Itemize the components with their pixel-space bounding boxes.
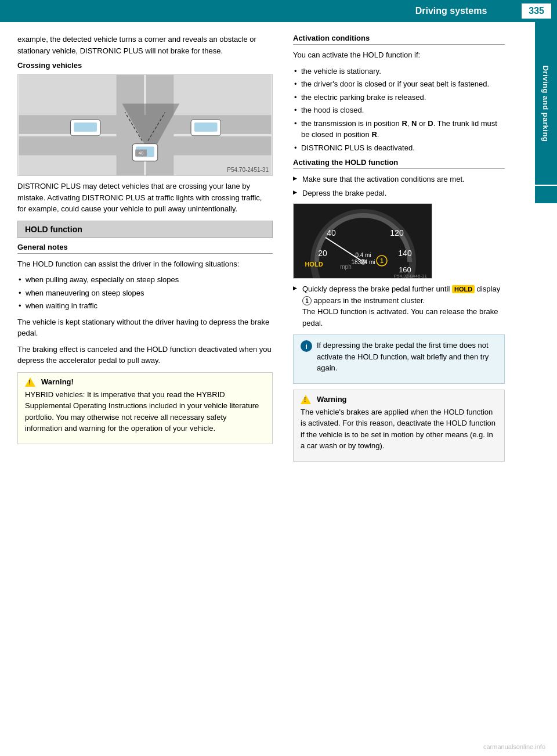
svg-text:HOLD: HOLD (305, 261, 323, 268)
step3-mid: display (475, 285, 500, 293)
activation-bullet: the transmission is in position R, N or … (293, 118, 505, 141)
activation-bullet: DISTRONIC PLUS is deactivated. (293, 142, 505, 154)
side-tab: Driving and parking (535, 22, 557, 185)
activation-bullet: the electric parking brake is released. (293, 92, 505, 103)
svg-text:20: 20 (318, 249, 327, 258)
crossing-vehicles-heading: Crossing vehicles (17, 61, 273, 70)
step3-list: Quickly depress the brake pedal further … (293, 283, 505, 329)
activating-step: Depress the brake pedal. (293, 188, 505, 199)
activation-bullet: the vehicle is stationary. (293, 66, 505, 77)
svg-text:0.4 mi: 0.4 mi (355, 252, 371, 258)
warning-title: Warning! (25, 377, 265, 387)
step3-item: Quickly depress the brake pedal further … (293, 283, 505, 329)
left-column: example, the detected vehicle turns a co… (0, 34, 284, 467)
image-caption: P54.70-2451-31 (227, 167, 269, 173)
speedometer-image: 20 40 120 140 160 HOLD mph 0.4 mi 18324 … (293, 203, 432, 279)
right-column: Activation conditions You can activate t… (284, 34, 534, 467)
svg-rect-13 (194, 123, 218, 132)
crossing-para: DISTRONIC PLUS may detect vehicles that … (17, 181, 273, 215)
svg-text:140: 140 (398, 249, 412, 258)
crossing-vehicles-image: 40 P54.70-2451-31 (17, 74, 273, 176)
activation-intro: You can activate the HOLD function if: (293, 49, 505, 61)
warning2-text: The vehicle's brakes are applied when th… (301, 406, 497, 452)
info-text: If depressing the brake pedal the first … (317, 340, 497, 374)
svg-text:18324 mi: 18324 mi (351, 259, 375, 265)
activating-hold-heading: Activating the HOLD function (293, 158, 505, 169)
bullet-item: when pulling away, especially on steep s… (17, 274, 273, 286)
side-marker (535, 186, 557, 203)
svg-text:40: 40 (139, 150, 144, 156)
svg-text:1: 1 (380, 258, 384, 264)
warning-label: Warning! (41, 377, 74, 386)
warning-triangle-icon-2 (301, 395, 311, 404)
activation-conditions-heading: Activation conditions (293, 34, 505, 45)
hold-display: HOLD (452, 285, 475, 293)
activation-bullet: the hood is closed. (293, 105, 505, 116)
activation-bullet: the driver's door is closed or if your s… (293, 78, 505, 90)
warning-text: HYBRID vehicles: It is imperative that y… (25, 389, 265, 434)
stationary-para: The vehicle is kept stationary without t… (17, 316, 273, 339)
info-icon: i (301, 340, 312, 352)
warning-box-hold: Warning The vehicle's brakes are applied… (293, 390, 505, 462)
braking-effect-para: The braking effect is canceled and the H… (17, 344, 273, 366)
bullet-item: when waiting in traffic (17, 300, 273, 312)
side-tab-label: Driving and parking (542, 65, 551, 142)
svg-text:P54.32-8446-31: P54.32-8446-31 (394, 273, 428, 279)
svg-text:120: 120 (390, 228, 404, 237)
hold-bullets: when pulling away, especially on steep s… (17, 274, 273, 312)
warning-box-hybrid: Warning! HYBRID vehicles: It is imperati… (17, 372, 273, 444)
page-header: Driving systems 335 (0, 0, 557, 22)
warning2-label: Warning (317, 395, 347, 404)
circle-indicator: 1 (302, 296, 312, 305)
chapter-title: Driving systems (415, 6, 487, 16)
main-content: example, the detected vehicle turns a co… (0, 22, 557, 467)
warning2-title: Warning (301, 395, 497, 404)
info-box: i If depressing the brake pedal the firs… (293, 334, 505, 384)
footer-watermark: carmanualsonline.info (483, 743, 545, 750)
activating-steps: Make sure that the activation conditions… (293, 174, 505, 199)
svg-text:40: 40 (327, 228, 336, 237)
activation-bullets: the vehicle is stationary. the driver's … (293, 66, 505, 154)
svg-rect-11 (74, 123, 97, 132)
warning-triangle-icon (25, 377, 35, 387)
hold-function-banner: HOLD function (17, 221, 273, 238)
svg-text:mph: mph (340, 264, 351, 270)
bullet-item: when maneuvering on steep slopes (17, 287, 273, 299)
svg-text:160: 160 (399, 265, 411, 274)
general-notes-intro: The HOLD function can assist the driver … (17, 258, 273, 270)
step3-post: appears in the instrument cluster.The HO… (302, 296, 498, 327)
activating-step: Make sure that the activation conditions… (293, 174, 505, 185)
step3-pre: Quickly depress the brake pedal further … (302, 285, 452, 293)
general-notes-heading: General notes (17, 243, 273, 254)
intro-paragraph: example, the detected vehicle turns a co… (17, 34, 273, 56)
page-number: 335 (522, 3, 551, 19)
